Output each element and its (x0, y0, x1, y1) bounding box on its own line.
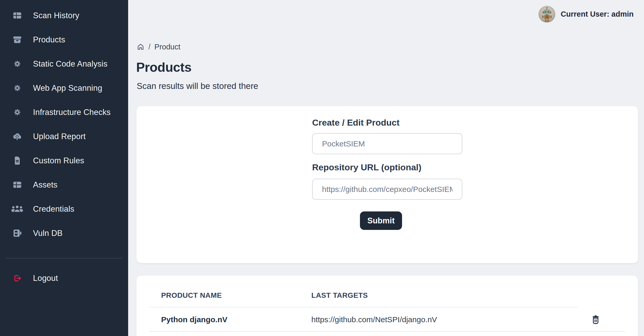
breadcrumb-current[interactable]: Product (154, 43, 180, 51)
sidebar-item-scan-history[interactable]: Scan History (0, 3, 128, 28)
sidebar-nav: Scan History Products Static Code Analys… (0, 3, 128, 245)
sidebar-item-label: Credentials (33, 204, 74, 214)
gear-icon (11, 84, 23, 92)
repo-url-input[interactable] (312, 179, 462, 200)
users-icon (11, 205, 23, 213)
breadcrumb: / Product (137, 42, 180, 52)
product-name-input[interactable] (312, 133, 462, 154)
gear-icon (11, 108, 23, 116)
sidebar-item-label: Custom Rules (33, 156, 84, 165)
sidebar: Scan History Products Static Code Analys… (0, 0, 128, 336)
main-content: Current User: admin / Product Products S… (128, 0, 644, 336)
table-icon (11, 181, 23, 189)
trash-icon[interactable] (591, 314, 601, 325)
sidebar-item-label: Products (33, 35, 65, 44)
sidebar-item-static-code-analysis[interactable]: Static Code Analysis (0, 52, 128, 76)
sidebar-item-upload-report[interactable]: Upload Report (0, 124, 128, 148)
robot-avatar-image (538, 6, 555, 23)
sidebar-item-label: Vuln DB (33, 229, 63, 238)
sidebar-item-label: Assets (33, 180, 57, 190)
sidebar-item-assets[interactable]: Assets (0, 173, 128, 197)
sidebar-item-credentials[interactable]: Credentials (0, 197, 128, 221)
table-icon (11, 12, 23, 19)
sidebar-item-label: Logout (33, 274, 58, 283)
sidebar-divider (5, 258, 123, 259)
file-lines-icon (11, 156, 23, 165)
sidebar-item-label: Web App Scanning (33, 83, 102, 93)
home-icon[interactable] (137, 43, 144, 51)
vuln-db-book-icon (11, 229, 23, 237)
product-name-cell: Python django.nV (161, 315, 227, 324)
column-header-last-targets: LAST TARGETS (311, 291, 368, 300)
table-body: Python django.nV https://github.com/NetS… (136, 307, 638, 332)
page-title: Products (136, 60, 192, 75)
submit-button[interactable]: Submit (360, 211, 402, 230)
sidebar-item-label: Upload Report (33, 132, 86, 141)
sidebar-item-custom-rules[interactable]: Custom Rules (0, 148, 128, 173)
breadcrumb-separator: / (148, 43, 150, 51)
sidebar-item-products[interactable]: Products (0, 28, 128, 52)
sidebar-item-web-app-scanning[interactable]: Web App Scanning (0, 76, 128, 100)
table-row: Python django.nV https://github.com/NetS… (136, 307, 638, 332)
product-form-card: Create / Edit Product Repository URL (op… (136, 106, 638, 263)
app-root: Scan History Products Static Code Analys… (0, 0, 644, 336)
products-table-card: PRODUCT NAME LAST TARGETS Python django.… (136, 276, 638, 336)
table-row-divider (149, 331, 625, 332)
cloud-upload-icon (11, 132, 23, 141)
column-header-product-name: PRODUCT NAME (161, 291, 222, 300)
last-targets-cell: https://github.com/NetSPI/django.nV (311, 315, 437, 324)
avatar (538, 6, 555, 23)
form-heading: Create / Edit Product (312, 118, 399, 128)
logout-icon (11, 274, 23, 283)
page-subtitle: Scan results will be stored there (137, 81, 258, 91)
current-user-label: Current User: admin (561, 10, 634, 18)
user-bar: Current User: admin (538, 6, 634, 23)
sidebar-item-vuln-db[interactable]: Vuln DB (0, 221, 128, 245)
sidebar-logout-section: Logout (0, 266, 128, 290)
sidebar-item-label: Scan History (33, 11, 79, 20)
sidebar-item-label: Static Code Analysis (33, 59, 108, 69)
gear-icon (11, 60, 23, 68)
archive-box-icon (11, 36, 23, 43)
sidebar-item-label: Infrastructure Checks (33, 108, 111, 117)
sidebar-item-infrastructure-checks[interactable]: Infrastructure Checks (0, 100, 128, 124)
sidebar-item-logout[interactable]: Logout (0, 266, 128, 290)
repo-url-label: Repository URL (optional) (312, 162, 422, 172)
